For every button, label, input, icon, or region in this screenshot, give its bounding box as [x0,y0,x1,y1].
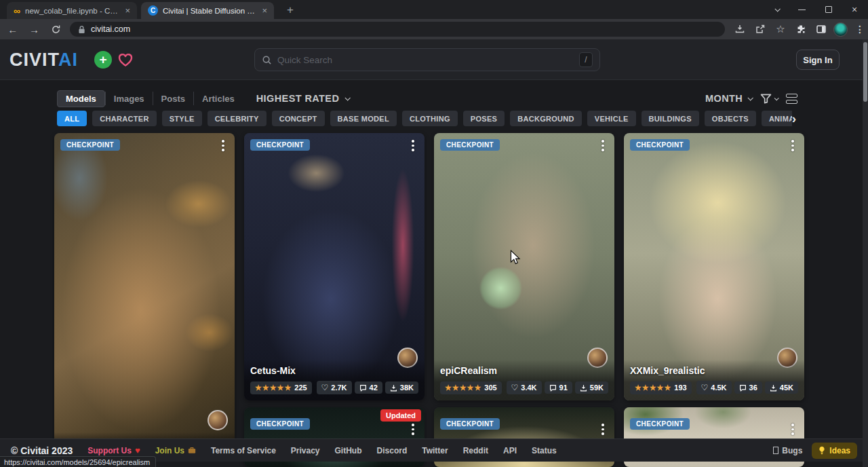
rating-pill[interactable]: ★★★★★ 305 [440,381,502,394]
window-minimize-button[interactable] [789,0,814,19]
footer-link-join-us[interactable]: Join Us [155,446,196,455]
extensions-puzzle-icon[interactable] [793,21,809,37]
tab-civitai[interactable]: C Civitai | Stable Diffusion models, × [141,2,274,19]
side-panel-button[interactable] [813,21,829,37]
tab-articles[interactable]: Articles [194,91,243,107]
card-menu-button[interactable] [598,140,608,153]
checkpoint-badge: CHECKPOINT [60,139,120,151]
create-plus-button[interactable]: + [94,51,112,69]
category-chip-style[interactable]: STYLE [162,111,202,126]
footer-link-discord[interactable]: Discord [377,446,408,455]
download-icon [580,384,587,392]
card-footer: XXMix_9realistic ★★★★★ 193 ♡4.5K 36 45K [624,360,804,400]
comments-pill[interactable]: 36 [734,381,762,394]
card-menu-button[interactable] [218,140,228,153]
tab-models[interactable]: Models [57,90,105,107]
footer-link-terms[interactable]: Terms of Service [211,446,276,455]
scrollbar-thumb[interactable] [863,42,867,102]
downloads-pill[interactable]: 45K [765,381,798,394]
category-chip-background[interactable]: BACKGROUND [510,111,582,126]
layout-toggle-button[interactable] [786,94,797,104]
model-preview-image [54,133,235,455]
category-chip-clothing[interactable]: CLOTHING [402,111,458,126]
category-chip-poses[interactable]: POSES [463,111,505,126]
footer-link-support-us[interactable]: Support Us♥ [87,445,140,455]
card-menu-button[interactable] [788,140,797,153]
category-chip-objects[interactable]: OBJECTS [705,111,756,126]
card-menu-button[interactable] [408,424,418,437]
send-to-device-button[interactable] [732,21,748,37]
period-dropdown[interactable]: MONTH [705,93,752,104]
footer-ideas-button[interactable]: Ideas [812,443,857,459]
footer-link-status[interactable]: Status [532,446,557,455]
page-scrollbar[interactable] [863,39,868,467]
chips-scroll-right-icon[interactable]: › [787,111,802,127]
card-menu-button[interactable] [598,424,608,437]
bookmark-star-button[interactable]: ☆ [772,21,789,37]
civitai-logo[interactable]: CIVITAI [9,50,78,71]
address-bar[interactable]: civitai.com [70,22,725,37]
sign-in-button[interactable]: Sign In [796,50,840,70]
browser-menu-button[interactable]: ⋮ [852,21,868,37]
bugs-label: Bugs [782,446,802,455]
category-chip-character[interactable]: CHARACTER [92,111,156,126]
new-tab-button[interactable]: + [282,2,298,18]
tab-close-icon[interactable]: × [260,6,269,15]
category-chip-concept[interactable]: CONCEPT [272,111,325,126]
likes-count: 2.7K [331,384,347,392]
support-heart-button[interactable] [117,51,134,69]
model-title: XXMix_9realistic [630,365,798,376]
tab-images[interactable]: Images [106,91,153,107]
back-button[interactable]: ← [4,20,22,38]
rating-pill[interactable]: ★★★★★ 225 [250,381,312,394]
forward-button[interactable]: → [26,20,43,38]
filter-dropdown[interactable] [760,93,778,105]
footer-link-reddit[interactable]: Reddit [463,446,488,455]
category-chip-base-model[interactable]: BASE MODEL [330,111,397,126]
comments-pill[interactable]: 91 [545,381,572,394]
link-label: Support Us [87,446,132,455]
card-menu-button[interactable] [788,424,797,437]
window-close-button[interactable]: × [842,0,867,19]
likes-pill[interactable]: ♡2.7K [317,381,352,394]
comment-icon [549,384,557,392]
downloads-pill[interactable]: 59K [575,381,608,394]
url-text: civitai.com [91,24,130,34]
category-chip-all[interactable]: ALL [57,111,87,126]
rating-pill[interactable]: ★★★★★ 193 [630,381,692,394]
search-input[interactable] [277,55,574,65]
category-chip-celebrity[interactable]: CELEBRITY [208,111,267,126]
tab-colab[interactable]: ∞ new_colab_file.ipynb - Colaborat × [7,2,137,19]
checkpoint-badge: CHECKPOINT [440,418,500,430]
comments-count: 91 [559,384,568,392]
model-card-xxmix9realistic[interactable]: CHECKPOINT XXMix_9realistic ★★★★★ 193 ♡4… [624,133,804,400]
downloads-pill[interactable]: 38K [385,381,418,394]
sort-dropdown[interactable]: HIGHEST RATED [256,93,350,104]
heart-icon: ♡ [321,383,329,392]
logo-text: CIVIT [9,50,58,70]
likes-pill[interactable]: ♡4.5K [696,381,732,394]
footer-link-twitter[interactable]: Twitter [422,446,448,455]
category-chips: ALL CHARACTER STYLE CELEBRITY CONCEPT BA… [57,111,792,127]
window-maximize-button[interactable] [816,0,841,19]
category-chip-vehicle[interactable]: VEHICLE [587,111,636,126]
tab-close-icon[interactable]: × [123,6,132,15]
share-button[interactable] [752,21,768,37]
model-card-dreamshaper[interactable]: CHECKPOINT DreamShaper [54,133,235,455]
footer-link-github[interactable]: GitHub [335,446,362,455]
heart-icon: ♡ [701,383,709,392]
footer-bugs-link[interactable]: Bugs [773,446,802,455]
card-menu-button[interactable] [408,140,418,153]
profile-avatar[interactable] [833,22,848,37]
model-card-epicrealism[interactable]: CHECKPOINT epiCRealism ★★★★★ 305 ♡3.4K 9… [434,133,614,400]
comments-pill[interactable]: 42 [355,381,382,394]
category-chip-buildings[interactable]: BUILDINGS [642,111,699,126]
window-menu-chevron-icon[interactable] [765,0,789,19]
creator-avatar[interactable] [208,410,228,430]
reload-button[interactable] [47,20,64,38]
model-card-cetus-mix[interactable]: CHECKPOINT Cetus-Mix ★★★★★ 225 ♡2.7K 42 … [244,133,425,400]
likes-pill[interactable]: ♡3.4K [507,381,542,394]
footer-link-privacy[interactable]: Privacy [291,446,320,455]
tab-posts[interactable]: Posts [153,91,193,107]
footer-link-api[interactable]: API [503,446,517,455]
